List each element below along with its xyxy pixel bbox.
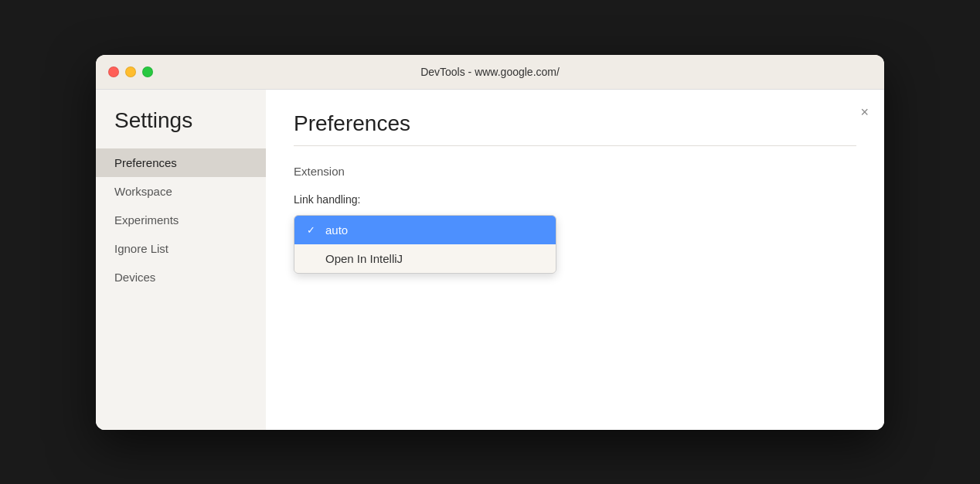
sidebar-item-devices[interactable]: Devices (96, 263, 266, 291)
field-label: Link handling: (294, 190, 360, 206)
checkmark-icon: ✓ (307, 224, 319, 236)
close-button-traffic[interactable] (108, 66, 119, 77)
section-title: Extension (294, 165, 856, 178)
devtools-window: DevTools - www.google.com/ Settings Pref… (96, 55, 884, 430)
page-title: Preferences (294, 111, 856, 136)
sidebar: Settings Preferences Workspace Experimen… (96, 90, 266, 430)
minimize-button-traffic[interactable] (125, 66, 136, 77)
dropdown-option-auto[interactable]: ✓ auto (294, 216, 556, 244)
sidebar-item-ignore-list[interactable]: Ignore List (96, 234, 266, 263)
main-content: × Preferences Extension Link handling: ✓… (266, 90, 884, 430)
close-panel-button[interactable]: × (860, 105, 869, 119)
sidebar-item-experiments[interactable]: Experiments (96, 206, 266, 234)
maximize-button-traffic[interactable] (142, 66, 153, 77)
option-intellij-label: Open In IntelliJ (325, 252, 403, 265)
link-handling-field: Link handling: ✓ auto Open In IntelliJ (294, 190, 856, 274)
content-area: Settings Preferences Workspace Experimen… (96, 90, 884, 430)
option-auto-label: auto (325, 223, 348, 237)
dropdown-list: ✓ auto Open In IntelliJ (294, 215, 556, 274)
dropdown-option-intellij[interactable]: Open In IntelliJ (294, 244, 556, 273)
sidebar-item-preferences[interactable]: Preferences (96, 148, 266, 177)
traffic-lights (108, 66, 153, 77)
window-title: DevTools - www.google.com/ (420, 66, 560, 78)
sidebar-title: Settings (96, 108, 266, 148)
titlebar: DevTools - www.google.com/ (96, 55, 884, 90)
title-divider (294, 145, 856, 146)
sidebar-item-workspace[interactable]: Workspace (96, 177, 266, 206)
link-handling-dropdown[interactable]: ✓ auto Open In IntelliJ (294, 215, 556, 274)
